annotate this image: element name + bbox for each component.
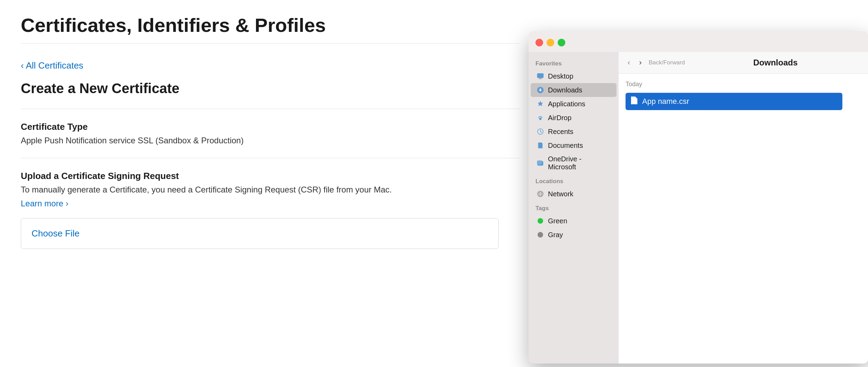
maximize-button[interactable]: [558, 39, 565, 46]
tag-green-label: Green: [548, 217, 567, 225]
favorites-label: Favorites: [529, 56, 619, 69]
sidebar-item-airdrop[interactable]: AirDrop: [531, 111, 617, 125]
forward-nav-button[interactable]: ›: [637, 57, 644, 69]
divider2: [21, 158, 520, 158]
onedrive-icon: [536, 159, 544, 167]
back-forward-label: Back/Forward: [649, 59, 685, 66]
section-title: Create a New Certificate: [21, 81, 520, 96]
svg-point-4: [539, 118, 541, 120]
network-label: Network: [548, 190, 573, 198]
airdrop-label: AirDrop: [548, 114, 572, 122]
documents-label: Documents: [548, 142, 583, 150]
sidebar-item-recents[interactable]: Recents: [531, 125, 617, 138]
close-button[interactable]: [535, 39, 543, 46]
upload-desc: To manually generate a Certificate, you …: [21, 185, 520, 195]
downloads-label: Downloads: [548, 86, 582, 94]
sidebar-item-desktop[interactable]: Desktop: [531, 69, 617, 83]
sidebar-item-downloads[interactable]: Downloads: [531, 83, 617, 97]
sidebar-item-applications[interactable]: Applications: [531, 97, 617, 111]
documents-icon: [536, 141, 544, 150]
tag-green-icon: [536, 217, 544, 225]
onedrive-label: OneDrive - Microsoft: [548, 155, 611, 171]
csr-file-name: App name.csr: [642, 97, 689, 106]
content-today-label: Today: [626, 81, 861, 88]
finder-main: ‹ › Back/Forward Downloads Today App nam…: [619, 52, 868, 364]
sidebar-item-documents[interactable]: Documents: [531, 138, 617, 152]
certificate-type-block: Certificate Type Apple Push Notification…: [21, 122, 520, 145]
tag-gray-icon: [536, 231, 544, 239]
svg-rect-0: [537, 73, 543, 78]
applications-label: Applications: [548, 100, 585, 108]
certificate-type-value: Apple Push Notification service SSL (San…: [21, 136, 520, 145]
desktop-label: Desktop: [548, 72, 573, 80]
minimize-button[interactable]: [547, 39, 554, 46]
tags-label: Tags: [529, 201, 619, 214]
tag-gray-label: Gray: [548, 231, 563, 239]
back-link[interactable]: ‹ All Certificates: [21, 60, 520, 71]
sidebar-item-tag-gray[interactable]: Gray: [531, 228, 617, 242]
finder-toolbar: ‹ › Back/Forward Downloads: [619, 52, 868, 74]
sidebar-item-network[interactable]: Network: [531, 187, 617, 201]
finder-window-title: Downloads: [753, 58, 798, 68]
main-content: Certificates, Identifiers & Profiles ‹ A…: [0, 0, 540, 263]
csr-file-icon: [630, 96, 638, 107]
divider: [21, 109, 520, 109]
back-nav-button[interactable]: ‹: [626, 57, 632, 69]
learn-more-link[interactable]: Learn more ›: [21, 199, 68, 208]
page-title: Certificates, Identifiers & Profiles: [21, 14, 520, 44]
recents-label: Recents: [548, 128, 573, 136]
locations-label: Locations: [529, 174, 619, 187]
finder-sidebar: Favorites Desktop: [529, 52, 619, 364]
finder-titlebar: [529, 31, 868, 52]
svg-rect-7: [537, 161, 542, 165]
svg-rect-2: [539, 79, 542, 79]
downloads-icon: [536, 86, 544, 94]
sidebar-item-tag-green[interactable]: Green: [531, 214, 617, 228]
certificate-type-label: Certificate Type: [21, 122, 520, 132]
network-icon: [536, 190, 544, 198]
recents-icon: [536, 127, 544, 136]
airdrop-icon: [536, 114, 544, 122]
finder-body: Favorites Desktop: [529, 52, 868, 364]
finder-window: Favorites Desktop: [529, 31, 868, 364]
svg-rect-1: [539, 78, 541, 79]
choose-file-button[interactable]: Choose File: [21, 218, 499, 249]
desktop-icon: [536, 72, 544, 80]
upload-section: Upload a Certificate Signing Request To …: [21, 171, 520, 249]
finder-content: Today App name.csr: [619, 74, 868, 364]
window-controls: [535, 39, 565, 46]
sidebar-item-onedrive[interactable]: OneDrive - Microsoft: [531, 152, 617, 174]
file-item-csr[interactable]: App name.csr: [626, 93, 842, 110]
upload-title: Upload a Certificate Signing Request: [21, 171, 520, 181]
applications-icon: [536, 100, 544, 108]
